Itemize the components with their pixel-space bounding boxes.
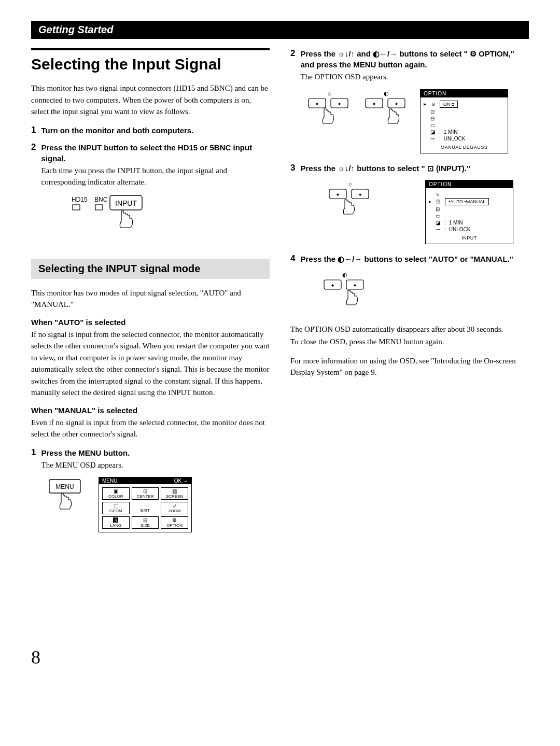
manual-heading: When "MANUAL" is selected bbox=[31, 406, 270, 415]
osd2-diagram-row: ☼ ⬥ ⬥ OPTION ⊍ ▸⊡•AUTO •MANUAL ⊟ ▭ bbox=[306, 180, 529, 244]
osd-bottom-label: INPUT bbox=[429, 235, 510, 241]
page-number: 8 bbox=[31, 646, 270, 668]
option-icon: ⚙ bbox=[470, 49, 477, 58]
step-number: 4 bbox=[290, 254, 295, 264]
hand-icon bbox=[120, 211, 132, 228]
menu-cell-geom: ⬚GEOM bbox=[102, 502, 130, 514]
osd-bottom-label: MANUAL DEGAUSS bbox=[424, 145, 505, 150]
bnc-label: BNC bbox=[94, 196, 108, 203]
hd15-label: HD15 bbox=[72, 196, 88, 203]
degauss-icon: ⊍ bbox=[434, 191, 441, 197]
sub-intro: This monitor has two modes of input sign… bbox=[31, 287, 270, 311]
power-save-icon: ◪ bbox=[434, 220, 441, 226]
svg-text:⬥: ⬥ bbox=[353, 281, 357, 288]
manual-body: Even if no signal is input from the sele… bbox=[31, 417, 270, 440]
menu-button-label: MENU bbox=[55, 483, 74, 490]
sub-heading: Selecting the INPUT signal mode bbox=[31, 259, 270, 279]
outro-3: For more information on using the OSD, s… bbox=[290, 355, 529, 378]
menu-cell-option: ⚙OPTION bbox=[161, 516, 188, 529]
contrast-buttons-diagram: ◐ ⬥ ⬥ bbox=[363, 89, 410, 133]
svg-text:⬥: ⬥ bbox=[315, 100, 319, 107]
menu-cell-center: ⊡CENTER bbox=[132, 487, 159, 500]
step-r3-title: Press the ☼↓/↑ buttons to select " ⊡ (IN… bbox=[300, 163, 529, 174]
screen-icon: ▭ bbox=[429, 122, 436, 128]
menu-diagram-row: MENU MENU OK → ▣COLOR ⊡CENTER ▥SCREEN ⬚G… bbox=[47, 477, 270, 532]
step-2-description: Each time you press the INPUT button, th… bbox=[41, 165, 270, 188]
svg-text:⬥: ⬥ bbox=[338, 100, 341, 107]
step-2-title: Press the INPUT button to select the HD1… bbox=[41, 142, 270, 164]
input-button-diagram: HD15 BNC INPUT bbox=[52, 194, 270, 243]
auto-heading: When "AUTO" is selected bbox=[31, 318, 270, 327]
hand-icon bbox=[60, 494, 71, 509]
screen-icon: ▭ bbox=[434, 213, 441, 219]
menu-cell-size: ⊟SIZE bbox=[132, 516, 159, 529]
step-number: 2 bbox=[290, 48, 295, 83]
input-icon: ⊡ bbox=[429, 109, 436, 115]
step-menu-desc: The MENU OSD appears. bbox=[41, 459, 270, 471]
svg-text:⬥: ⬥ bbox=[372, 100, 376, 107]
brightness-buttons-diagram-2: ☼ ⬥ ⬥ bbox=[327, 180, 373, 223]
svg-text:◐: ◐ bbox=[342, 272, 347, 278]
osd-lock-value: UNLOCK bbox=[449, 227, 471, 232]
svg-text:☼: ☼ bbox=[347, 181, 353, 187]
menu-button-diagram: MENU bbox=[47, 477, 88, 515]
auto-body: If no signal is input from the selected … bbox=[31, 329, 270, 399]
svg-text:☼: ☼ bbox=[327, 90, 332, 96]
input-button-label: INPUT bbox=[115, 199, 137, 207]
svg-text:⬥: ⬥ bbox=[358, 190, 362, 198]
step-r2: 2 Press the ☼↓/↑ and ◐←/→ buttons to sel… bbox=[290, 48, 529, 83]
hand-icon bbox=[323, 109, 333, 123]
degauss-icon: ⊍ bbox=[429, 101, 437, 107]
step-number: 3 bbox=[290, 163, 295, 174]
step-r4-title: Press the ◐←/→ buttons to select "AUTO" … bbox=[300, 254, 529, 264]
step-number: 1 bbox=[31, 447, 36, 471]
svg-text:⬥: ⬥ bbox=[336, 190, 340, 198]
option-osd-2: OPTION ⊍ ▸⊡•AUTO •MANUAL ⊟ ▭ ◪:1 MIN ⊸:U… bbox=[425, 180, 513, 244]
osd-title: OPTION bbox=[421, 90, 508, 97]
step-2: 2 Press the INPUT button to select the H… bbox=[31, 142, 270, 188]
step-r2-desc: The OPTION OSD appears. bbox=[300, 71, 529, 83]
osd-time-value: 1 MIN bbox=[444, 129, 458, 135]
section-header: Getting Started bbox=[31, 21, 529, 39]
hand-icon bbox=[388, 109, 399, 123]
menu-cell-lang: 🅰LANG bbox=[102, 516, 130, 529]
right-column: 2 Press the ☼↓/↑ and ◐←/→ buttons to sel… bbox=[290, 48, 529, 668]
lock-icon: ⊸ bbox=[429, 136, 436, 142]
menu-osd-panel: MENU OK → ▣COLOR ⊡CENTER ▥SCREEN ⬚GEOM E… bbox=[99, 477, 192, 532]
menu-cell-screen: ▥SCREEN bbox=[161, 487, 188, 500]
left-column: Selecting the Input Signal This monitor … bbox=[31, 48, 270, 668]
intro-paragraph: This monitor has two signal input connec… bbox=[31, 82, 270, 118]
step-menu-1: 1 Press the MENU button. The MENU OSD ap… bbox=[31, 447, 270, 471]
hand-icon bbox=[343, 200, 354, 214]
step-1-title: Turn on the monitor and both computers. bbox=[41, 125, 270, 136]
svg-text:⬥: ⬥ bbox=[395, 100, 398, 107]
input-icon: ⊡ bbox=[435, 199, 442, 204]
lock-icon: ⊸ bbox=[434, 227, 441, 232]
step-menu-title: Press the MENU button. bbox=[41, 447, 270, 458]
position-icon: ⊟ bbox=[429, 116, 436, 121]
svg-text:◐: ◐ bbox=[384, 90, 389, 96]
outro-2: To close the OSD, press the MENU button … bbox=[290, 336, 529, 348]
position-icon: ⊟ bbox=[434, 206, 441, 212]
contrast-buttons-diagram-2: ◐ ⬥ ⬥ bbox=[321, 271, 529, 314]
menu-cell-color: ▣COLOR bbox=[102, 487, 130, 500]
brightness-buttons-diagram: ☼ ⬥ ⬥ bbox=[306, 89, 353, 133]
step-r4: 4 Press the ◐←/→ buttons to select "AUTO… bbox=[290, 254, 529, 264]
step-r3: 3 Press the ☼↓/↑ buttons to select " ⊡ (… bbox=[290, 163, 529, 174]
menu-cell-exit: EXIT bbox=[132, 502, 159, 514]
two-column-layout: Selecting the Input Signal This monitor … bbox=[31, 48, 529, 668]
option-osd-1: OPTION ▸⊍ON ◘ ⊡ ⊟ ▭ ◪:1 MIN ⊸:UNLOCK MAN… bbox=[420, 89, 508, 153]
step-1: 1 Turn on the monitor and both computers… bbox=[31, 125, 270, 136]
outro-1: The OPTION OSD automatically disappears … bbox=[290, 323, 529, 335]
step-number: 1 bbox=[31, 125, 36, 136]
hand-icon bbox=[346, 290, 357, 305]
osd-time-value: 1 MIN bbox=[449, 220, 463, 226]
menu-osd-ok: OK → bbox=[174, 478, 188, 484]
svg-rect-0 bbox=[73, 205, 80, 210]
osd-title: OPTION bbox=[426, 180, 513, 188]
svg-rect-1 bbox=[95, 205, 103, 210]
page-title: Selecting the Input Signal bbox=[31, 48, 270, 73]
menu-osd-title: MENU bbox=[102, 478, 117, 484]
osd-lock-value: UNLOCK bbox=[444, 136, 466, 142]
step-number: 2 bbox=[31, 142, 36, 188]
